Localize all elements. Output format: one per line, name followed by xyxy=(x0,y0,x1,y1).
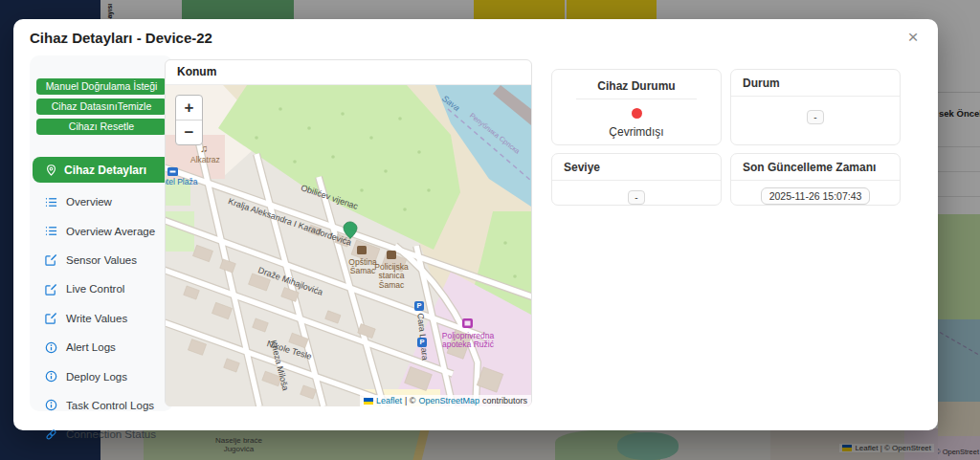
leaflet-link[interactable]: Leaflet xyxy=(376,396,402,405)
sidebar-item-overview-average[interactable]: Overview Average xyxy=(33,216,171,245)
modal-title: Cihaz Detayları - Device-22 xyxy=(30,30,212,46)
sidebar-item-live-control[interactable]: Live Control xyxy=(33,274,171,303)
location-card: Konum xyxy=(165,59,532,406)
sidebar-item-write-values[interactable]: Write Values xyxy=(33,304,171,333)
list-icon xyxy=(45,196,57,208)
zoom-out-button[interactable]: − xyxy=(176,120,202,144)
parking-icon: P xyxy=(417,338,427,347)
edit-icon xyxy=(45,312,57,324)
sidebar-item-label: Live Control xyxy=(66,283,124,295)
sidebar-item-connection-status[interactable]: Connection Status xyxy=(33,420,171,449)
sidebar-item-label: Overview xyxy=(66,196,112,208)
sidebar-item-overview[interactable]: Overview xyxy=(33,187,171,216)
sidebar-item-label: Write Values xyxy=(66,313,127,324)
last-update-value: 2025-11-26 15:07:43 xyxy=(761,187,871,205)
durum-title: Durum xyxy=(731,70,900,97)
sidebar-item-label: Cihaz Detayları xyxy=(64,164,146,177)
pin-icon xyxy=(45,164,57,177)
info-icon xyxy=(45,341,57,354)
attribution-suffix: contributors xyxy=(482,396,527,405)
sidebar-item-device-details-active[interactable]: Cihaz Detayları xyxy=(33,157,171,183)
sidebar-item-sensor-values[interactable]: Sensor Values xyxy=(33,246,171,274)
close-icon[interactable]: × xyxy=(902,27,924,50)
info-icon xyxy=(45,370,57,383)
map-attribution: Leaflet | © OpenStreetMap contributors xyxy=(360,395,531,406)
sidebar-item-label: Deploy Logs xyxy=(66,371,127,383)
device-details-modal: Cihaz Detayları - Device-22 × Manuel Doğ… xyxy=(13,19,938,430)
manual-verify-button[interactable]: Manuel Doğrulama İsteği xyxy=(36,78,167,95)
link-icon xyxy=(45,428,57,441)
last-update-card: Son Güncelleme Zamanı 2025-11-26 15:07:4… xyxy=(730,153,901,206)
device-status-value: Çevrimdışı xyxy=(552,125,721,139)
map-zoom-control: + − xyxy=(175,95,203,145)
sidebar-item-label: Connection Status xyxy=(66,428,156,440)
sidebar-item-label: Alert Logs xyxy=(66,341,116,353)
reset-device-button[interactable]: Cihazı Resetle xyxy=(36,119,167,135)
seviye-card: Seviye - xyxy=(551,153,722,206)
attribution-separator: | © xyxy=(405,396,415,405)
leaflet-map[interactable]: Obilićev vijenac Kralja Aleksandra I Kar… xyxy=(166,85,531,406)
sidebar-item-label: Sensor Values xyxy=(66,254,137,266)
device-status-title: Cihaz Durumu xyxy=(576,79,696,99)
sidebar-item-label: Task Control Logs xyxy=(66,400,154,411)
modal-sidebar: Manuel Doğrulama İsteği Cihaz DatasınıTe… xyxy=(30,55,173,411)
map-graphics xyxy=(166,85,531,406)
zoom-in-button[interactable]: + xyxy=(176,96,202,120)
device-status-card: Cihaz Durumu Çevrimdışı xyxy=(551,69,722,145)
ukraine-flag-icon xyxy=(364,398,373,405)
edit-icon xyxy=(45,283,57,296)
sidebar-nav: Overview Overview Average Sensor Values … xyxy=(33,187,171,449)
offline-status-dot xyxy=(632,108,642,119)
seviye-title: Seviye xyxy=(552,154,721,181)
seviye-value-badge: - xyxy=(628,190,644,205)
durum-card: Durum - xyxy=(730,69,901,145)
info-icon xyxy=(45,399,57,411)
parking-icon: P xyxy=(414,301,424,311)
screen: Sayısı 40 sek Öncelikli © OpenStreet xyxy=(0,0,980,460)
last-update-title: Son Güncelleme Zamanı xyxy=(731,154,900,181)
sidebar-item-label: Overview Average xyxy=(66,226,155,237)
edit-icon xyxy=(45,253,57,266)
sidebar-item-task-control-logs[interactable]: Task Control Logs xyxy=(33,391,171,420)
durum-value-badge: - xyxy=(807,110,823,124)
sidebar-item-alert-logs[interactable]: Alert Logs xyxy=(33,333,171,361)
clear-device-data-button[interactable]: Cihaz DatasınıTemizle xyxy=(36,99,167,115)
osm-link[interactable]: OpenStreetMap xyxy=(418,396,479,405)
sidebar-item-deploy-logs[interactable]: Deploy Logs xyxy=(33,361,171,390)
list-icon xyxy=(45,225,57,237)
location-card-title: Konum xyxy=(166,60,531,85)
